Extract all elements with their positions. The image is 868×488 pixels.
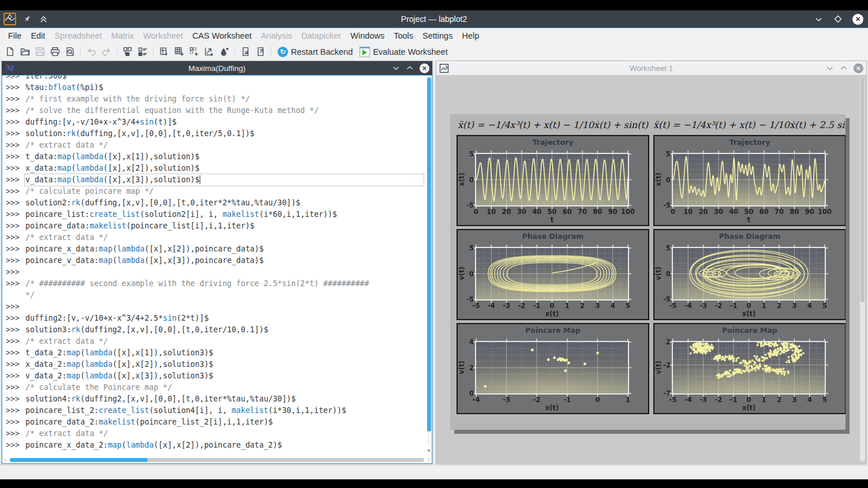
- print-icon: [50, 47, 60, 57]
- console-prompt: >>>: [6, 82, 21, 93]
- x-tick-label: 0: [746, 396, 751, 404]
- console-code: solution4:rk(duffing2,[x,v],[0,0],[t,0,i…: [25, 393, 424, 405]
- equation-text-1: ẍ(t) = −1/4x³(t) + x(t) − 1/10ẋ(t) + sin…: [457, 119, 649, 133]
- console-line: >>>poincare_x_data_2:map(lambda([x],x[2]…: [6, 440, 424, 451]
- x-tick-label: 3: [595, 302, 600, 310]
- console-code: t_data:map(lambda([x],x[1]),solution)$: [25, 151, 424, 163]
- x-tick-label: -1: [563, 396, 571, 404]
- console-prompt: >>>: [6, 75, 21, 82]
- equation-text-2: ẍ(t) = −1/4x³(t) + x(t) − 1/10ẋ(t) + 2.5…: [653, 119, 845, 133]
- console-prompt: >>>: [6, 93, 21, 105]
- x-tick-label: 4: [807, 302, 812, 310]
- scroll-right-icon[interactable]: ›: [428, 457, 429, 463]
- restart-button[interactable]: ↻Restart Backend: [274, 45, 356, 59]
- screen: Project — labplot2 ✕ FileEditSpreadsheet…: [0, 0, 868, 488]
- console-line: >>>duffing:[v,-v/10+x-x^3/4+sin(t)]$: [6, 117, 424, 128]
- new-spreadsheet-icon: [159, 47, 169, 57]
- x-axis-label: x(t): [673, 404, 825, 412]
- menu-datapicker: Datapicker: [297, 28, 346, 43]
- y-tick-label: -5: [458, 295, 474, 303]
- scroll-left-icon[interactable]: ‹: [5, 457, 6, 463]
- new-matrix-button[interactable]: [171, 45, 186, 59]
- x-tick-label: 5: [626, 302, 630, 310]
- x-tick-label: -1: [533, 302, 541, 310]
- maxima-icon: M: [5, 63, 14, 73]
- menu-settings[interactable]: Settings: [418, 28, 457, 43]
- console-line: >>>poincare_data_2:makelist(poincare_lis…: [6, 416, 424, 428]
- worksheet-view[interactable]: ẍ(t) = −1/4x³(t) + x(t) − 1/10ẋ(t) + sin…: [436, 75, 866, 464]
- console-close-button[interactable]: ✕: [420, 63, 429, 73]
- menu-windows[interactable]: Windows: [346, 28, 389, 43]
- toolbar-separator: [234, 46, 235, 58]
- menu-file[interactable]: File: [3, 28, 26, 43]
- console-vscroll-thumb[interactable]: [427, 77, 431, 431]
- worksheet-close-button[interactable]: ✕: [854, 63, 863, 73]
- console-line: >>>iter:500$: [6, 75, 424, 82]
- print-preview-button[interactable]: [62, 45, 77, 59]
- plot-poincare1[interactable]: Poincare Map-4-3-2-101420x(t)v(t): [457, 323, 649, 414]
- console-line: >>>solution:rk(duffing,[x,v],[0,0],[t,0,…: [6, 128, 424, 140]
- project-explorer-button[interactable]: [120, 45, 135, 59]
- text-cursor: [200, 175, 200, 184]
- console-code: t_data_2:map(lambda([x],x[1]),solution3)…: [25, 347, 424, 359]
- console-maximize-button[interactable]: [406, 64, 414, 72]
- console-titlebar[interactable]: M Maxima(Duffing) ✕: [2, 61, 432, 75]
- toolbar: ↻Restart BackendEvaluate Worksheet: [0, 43, 868, 60]
- console-hscrollbar[interactable]: [10, 458, 424, 462]
- restart-icon: ↻: [278, 47, 288, 57]
- worksheet-vscroll-thumb[interactable]: [860, 77, 865, 302]
- plot-poincare2[interactable]: Poincare Map-5-4-3-2-10123452-2-7x(t)v(t…: [653, 323, 845, 414]
- minimize-button[interactable]: [813, 14, 824, 24]
- worksheet-titlebar[interactable]: Worksheet 1 ✕: [436, 61, 866, 76]
- console-prompt: >>>: [6, 163, 21, 174]
- new-matrix-icon: [174, 47, 184, 57]
- new-worksheet-button[interactable]: [186, 45, 201, 59]
- maxima-console[interactable]: >>>iter:500$>>>%tau:bfloat(%pi)$>>>/* fi…: [2, 75, 432, 464]
- console-line: >>>t_data_2:map(lambda([x],x[1]),solutio…: [6, 347, 424, 359]
- worksheet-minimize-button[interactable]: [826, 64, 834, 72]
- new-plot-icon: [204, 47, 214, 57]
- x-tick-label: 50: [547, 208, 556, 216]
- worksheet-page[interactable]: ẍ(t) = −1/4x³(t) + x(t) − 1/10ẋ(t) + sin…: [450, 114, 845, 430]
- x-tick-label: 2: [777, 302, 781, 310]
- open-project-button[interactable]: [17, 45, 32, 59]
- menu-tools[interactable]: Tools: [389, 28, 418, 43]
- console-prompt: >>>: [6, 301, 21, 313]
- maximize-button[interactable]: [833, 14, 843, 24]
- new-spreadsheet-button[interactable]: [156, 45, 171, 59]
- worksheet-maximize-button[interactable]: [840, 64, 848, 72]
- x-tick-label: 60: [760, 208, 769, 216]
- x-tick-label: 30: [714, 208, 723, 216]
- y-tick-label: 5: [458, 244, 474, 252]
- console-line: >>>/* first example with the driving for…: [6, 93, 424, 105]
- export-button[interactable]: [253, 45, 268, 59]
- plot-phase1[interactable]: Phase Diagram-5-4-3-2-101234550-5x(t)v(t…: [457, 229, 649, 320]
- new-plot-button[interactable]: [201, 45, 216, 59]
- plot-trajectory2[interactable]: Trajectory010203040506070809010050-5tx(t…: [653, 135, 845, 226]
- console-vscrollbar[interactable]: [427, 77, 431, 445]
- x-tick-label: 5: [822, 302, 827, 310]
- y-tick-label: -5: [458, 201, 474, 209]
- plot-phase2[interactable]: Phase Diagram-5-4-3-2-101234550-5x(t)v(t…: [653, 229, 845, 320]
- x-tick-label: 0: [549, 302, 554, 310]
- print-button[interactable]: [47, 45, 62, 59]
- menu-help[interactable]: Help: [457, 28, 484, 43]
- y-tick-label: 5: [458, 150, 474, 158]
- close-button[interactable]: ✕: [852, 14, 863, 25]
- x-tick-label: -2: [533, 396, 541, 404]
- properties-explorer-button[interactable]: [135, 45, 150, 59]
- console-code: /* first example with the driving force …: [25, 93, 424, 105]
- menu-cas-worksheet[interactable]: CAS Worksheet: [188, 28, 256, 43]
- console-minimize-button[interactable]: [392, 64, 400, 72]
- console-prompt: >>>: [6, 140, 21, 151]
- menu-edit[interactable]: Edit: [26, 28, 50, 43]
- evaluate-button[interactable]: Evaluate Worksheet: [356, 45, 451, 59]
- import-button[interactable]: [238, 45, 253, 59]
- scroll-down-icon[interactable]: ▼: [426, 449, 431, 453]
- window-title: Project — labplot2: [0, 14, 868, 24]
- worksheet-vscrollbar[interactable]: [860, 77, 865, 461]
- console-hscroll-thumb[interactable]: [10, 458, 148, 462]
- theme-drop-button[interactable]: [216, 45, 231, 59]
- plot-trajectory1[interactable]: Trajectory010203040506070809010050-5tx(t…: [457, 135, 649, 226]
- new-project-button[interactable]: [2, 45, 17, 59]
